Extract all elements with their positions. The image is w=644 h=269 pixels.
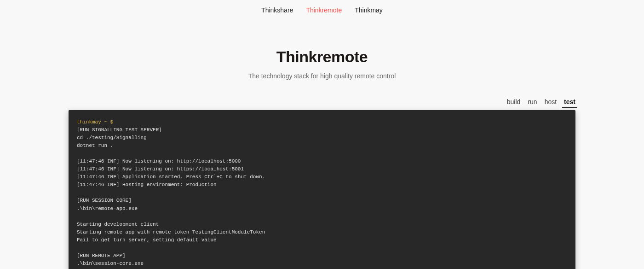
page-subtitle: The technology stack for high quality re…	[0, 72, 644, 80]
top-section: Thinkshare Thinkremote Thinkmay Thinkrem…	[0, 0, 644, 269]
terminal: thinkmay ~ $ [RUN SIGNALLING TEST SERVER…	[69, 110, 575, 269]
terminal-body: [RUN SIGNALLING TEST SERVER] cd ./testin…	[77, 126, 567, 269]
terminal-tabs: build run host test	[69, 98, 575, 110]
hero: Thinkremote The technology stack for hig…	[0, 48, 644, 80]
tab-host[interactable]: host	[545, 98, 557, 107]
nav-link-thinkmay[interactable]: Thinkmay	[355, 6, 383, 14]
terminal-wrap: thinkmay ~ $ [RUN SIGNALLING TEST SERVER…	[69, 110, 575, 269]
terminal-prompt: thinkmay ~ $	[77, 118, 567, 126]
main-container: build run host test thinkmay ~ $ [RUN SI…	[69, 98, 575, 269]
nav-link-thinkshare[interactable]: Thinkshare	[261, 6, 293, 14]
tab-build[interactable]: build	[507, 98, 521, 107]
tab-run[interactable]: run	[528, 98, 537, 107]
nav-link-thinkremote[interactable]: Thinkremote	[306, 6, 342, 14]
top-nav: Thinkshare Thinkremote Thinkmay	[0, 4, 644, 18]
tab-test[interactable]: test	[564, 98, 575, 107]
page-title: Thinkremote	[0, 48, 644, 66]
